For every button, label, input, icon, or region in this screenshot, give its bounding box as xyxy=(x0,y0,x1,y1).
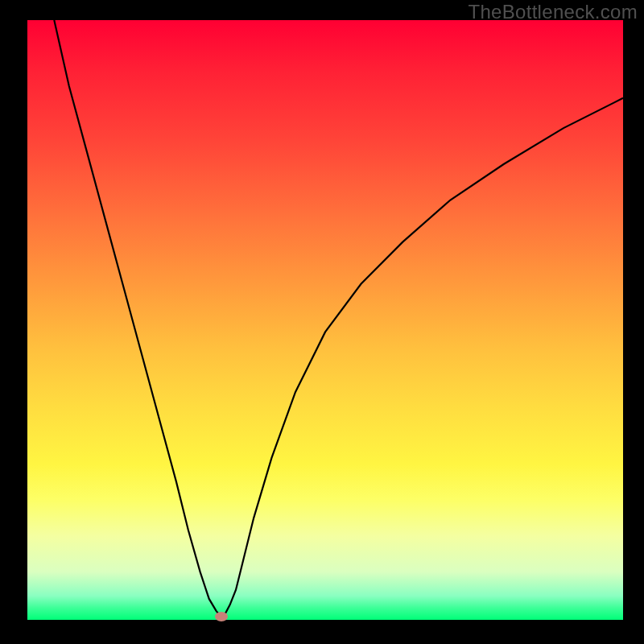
bottleneck-curve xyxy=(27,20,623,620)
optimal-point-marker xyxy=(215,612,228,621)
chart-plot-area xyxy=(27,20,623,620)
watermark-text: TheBottleneck.com xyxy=(468,1,638,23)
